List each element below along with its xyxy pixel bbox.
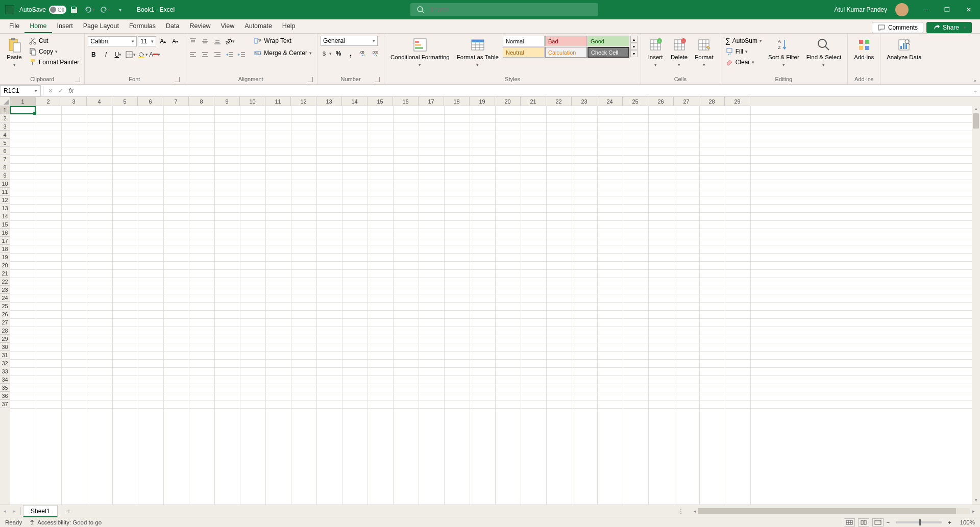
hscroll-left[interactable]: ◂ [691,509,698,514]
zoom-level[interactable]: 100% [954,519,975,525]
search-input[interactable] [430,6,592,13]
style-good[interactable]: Good [587,36,629,46]
row-header[interactable]: 34 [0,375,10,384]
insert-function-button[interactable]: fx [66,86,76,96]
column-header[interactable]: 13 [316,97,342,106]
vscroll-track[interactable] [972,113,980,497]
underline-button[interactable]: U▾ [112,49,124,60]
user-name[interactable]: Atul Kumar Pandey [835,6,887,13]
style-calculation[interactable]: Calculation [545,47,587,58]
row-header[interactable]: 23 [0,286,10,294]
column-header[interactable]: 19 [470,97,495,106]
find-select-button[interactable]: Find & Select▾ [803,36,844,69]
fill-handle[interactable] [33,112,36,115]
autosum-button[interactable]: ∑AutoSum▾ [723,36,764,46]
sheet-tabs-more[interactable]: ⋮ [678,508,684,515]
column-header[interactable]: 4 [87,97,112,106]
increase-font-button[interactable]: A▴ [157,36,168,47]
style-bad[interactable]: Bad [545,36,587,46]
number-launcher[interactable] [375,77,380,82]
clipboard-launcher[interactable] [75,77,80,82]
row-header[interactable]: 29 [0,335,10,343]
column-header[interactable]: 11 [265,97,291,106]
column-header[interactable]: 21 [521,97,546,106]
tab-automate[interactable]: Automate [239,19,277,33]
column-header[interactable]: 8 [189,97,214,106]
tab-insert[interactable]: Insert [52,19,78,33]
delete-cells-button[interactable]: −Delete▾ [668,36,691,69]
increase-decimal-button[interactable]: .00.0 [357,48,369,59]
column-header[interactable]: 18 [444,97,470,106]
row-header[interactable]: 33 [0,367,10,375]
row-header[interactable]: 31 [0,351,10,359]
row-header[interactable]: 10 [0,180,10,188]
autosave-toggle[interactable]: Off [49,6,66,14]
tab-page-layout[interactable]: Page Layout [78,19,124,33]
styles-scroll-up[interactable]: ▴ [630,36,638,43]
accessibility-status[interactable]: Accessibility: Good to go [29,519,102,525]
orientation-button[interactable]: ab▾ [224,36,235,47]
share-button[interactable]: Share▾ [926,22,972,33]
zoom-slider[interactable] [896,521,942,523]
column-header[interactable]: 6 [138,97,163,106]
tab-review[interactable]: Review [184,19,215,33]
font-launcher[interactable] [175,77,180,82]
format-cells-button[interactable]: Format▾ [692,36,716,69]
enter-formula-button[interactable]: ✓ [56,86,66,96]
column-header[interactable]: 28 [699,97,725,106]
row-header[interactable]: 13 [0,204,10,212]
expand-formula-bar[interactable]: ⌄ [971,88,980,93]
zoom-out-button[interactable]: − [887,519,890,525]
column-header[interactable]: 24 [597,97,623,106]
row-header[interactable]: 6 [0,147,10,155]
row-header[interactable]: 5 [0,139,10,147]
redo-button[interactable]: ▾ [99,4,111,16]
font-color-button[interactable]: A▾ [149,49,160,60]
save-button[interactable] [68,4,80,16]
column-header[interactable]: 16 [393,97,419,106]
column-header[interactable]: 7 [163,97,189,106]
row-header[interactable]: 14 [0,212,10,220]
column-header[interactable]: 22 [546,97,572,106]
row-header[interactable]: 2 [0,114,10,122]
align-bottom-button[interactable] [212,36,223,47]
decrease-font-button[interactable]: A▾ [169,36,181,47]
column-header[interactable]: 27 [674,97,699,106]
conditional-formatting-button[interactable]: Conditional Formatting▾ [387,36,453,69]
row-header[interactable]: 8 [0,163,10,171]
column-header[interactable]: 26 [648,97,674,106]
name-box[interactable]: R1C1▾ [0,85,41,96]
selected-cell[interactable] [10,106,36,114]
accounting-format-button[interactable]: $▾ [321,48,332,59]
decrease-indent-button[interactable] [224,49,235,60]
page-break-view-button[interactable] [872,518,884,526]
column-header[interactable]: 12 [291,97,316,106]
clear-button[interactable]: Clear▾ [723,57,764,67]
fill-color-button[interactable]: ▾ [137,49,148,60]
tab-data[interactable]: Data [161,19,184,33]
row-header[interactable]: 24 [0,294,10,302]
column-header[interactable]: 14 [342,97,368,106]
sheet-nav-prev[interactable]: ◂ [0,508,9,514]
hscroll-right[interactable]: ▸ [970,509,977,514]
column-header[interactable]: 5 [112,97,138,106]
avatar[interactable] [895,3,909,16]
align-top-button[interactable] [187,36,199,47]
style-check-cell[interactable]: Check Cell [587,47,629,58]
tab-home[interactable]: Home [24,19,52,33]
hscroll-thumb[interactable] [698,508,956,514]
collapse-ribbon-button[interactable]: ⌄ [973,77,977,83]
row-header[interactable]: 17 [0,237,10,245]
tab-formulas[interactable]: Formulas [124,19,161,33]
select-all-corner[interactable] [0,97,10,106]
column-header[interactable]: 29 [725,97,750,106]
paste-button[interactable]: Paste▾ [3,36,26,69]
font-size-combo[interactable]: 11▾ [138,36,156,46]
analyze-data-button[interactable]: Analyze Data [884,36,924,62]
column-header[interactable]: 20 [495,97,521,106]
row-header[interactable]: 16 [0,229,10,237]
row-header[interactable]: 19 [0,253,10,261]
sheet-nav-next[interactable]: ▸ [9,508,18,514]
row-header[interactable]: 3 [0,122,10,131]
tab-help[interactable]: Help [277,19,301,33]
